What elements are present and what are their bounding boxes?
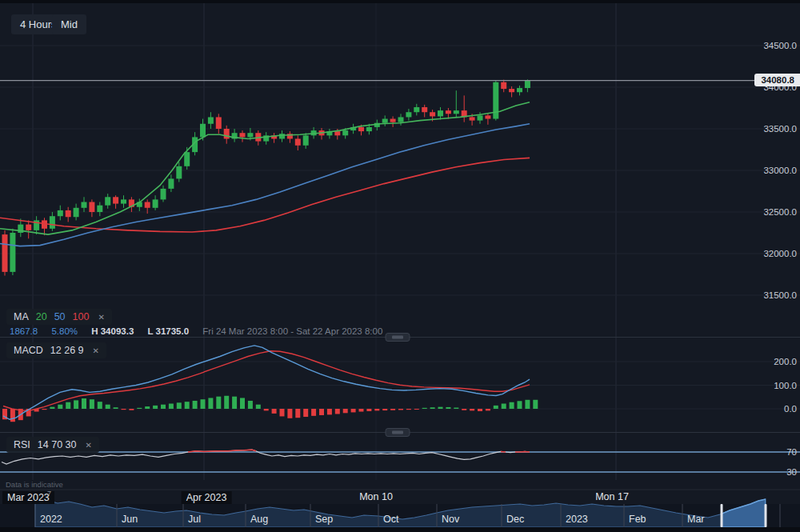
nav-month-label: Aug [250, 514, 268, 525]
macd-histogram-bar [446, 407, 450, 409]
nav-month-label: Feb [629, 514, 646, 525]
rsi-axis-label: 70 [786, 447, 797, 457]
nav-month-label: Jun [122, 514, 138, 525]
chart-canvas[interactable] [0, 0, 800, 532]
rsi-axis-label: 30 [786, 467, 797, 477]
macd-histogram-bar [169, 404, 174, 409]
macd-histogram-bar [335, 409, 340, 414]
macd-histogram-bar [518, 401, 522, 409]
price-axis-label: 32000.0 [763, 249, 797, 258]
nav-month-label: Jul [188, 514, 201, 525]
macd-histogram-bar [438, 407, 443, 409]
candle-body [485, 115, 490, 118]
candle-body [176, 166, 182, 179]
macd-histogram-bar [272, 409, 277, 414]
macd-histogram-bar [470, 409, 474, 410]
price-axis-label: 33000.0 [763, 166, 797, 175]
macd-histogram-bar [224, 396, 229, 409]
macd-histogram-bar [430, 407, 435, 409]
ma100-line [0, 158, 530, 232]
candle-body [334, 131, 340, 135]
candle-body [97, 206, 102, 212]
macd-histogram-bar [295, 409, 300, 418]
data-indicative-note: Data is indicative [6, 480, 63, 489]
ma-period-20: 20 [36, 311, 47, 322]
macd-histogram-bar [82, 398, 86, 409]
candle-body [342, 130, 348, 135]
macd-histogram-bar [177, 402, 182, 409]
ma-period-50: 50 [54, 311, 66, 322]
macd-histogram-bar [478, 409, 482, 411]
candle-body [422, 107, 427, 112]
macd-histogram-bar [74, 400, 78, 409]
candle-body [2, 234, 8, 272]
candle-body [240, 133, 246, 137]
macd-histogram-bar [311, 409, 316, 416]
macd-histogram-bar [216, 397, 221, 409]
price-axis-label: 32500.0 [763, 207, 797, 217]
candle-body [366, 127, 372, 131]
macd-histogram-bar [359, 409, 364, 412]
macd-histogram-bar [398, 409, 403, 410]
macd-axis-label: 200.0 [774, 357, 797, 366]
candle-body [279, 134, 285, 138]
candle-body [50, 216, 55, 229]
candle-body [303, 135, 309, 145]
macd-close-icon[interactable]: ✕ [93, 346, 99, 355]
session-high: H 34093.3 [91, 326, 134, 336]
ma-close-icon[interactable]: ✕ [98, 313, 104, 322]
ma-period-100: 100 [73, 311, 90, 322]
pane-resize-handle-grip [392, 431, 403, 434]
macd-histogram-bar [193, 401, 198, 409]
top-strip [0, 0, 800, 3]
candle-body [200, 124, 206, 138]
macd-histogram-bar [327, 409, 332, 414]
macd-histogram-bar [10, 409, 15, 422]
candle-body [74, 208, 79, 217]
candle-body [105, 197, 110, 205]
navigator-selection-handle[interactable] [721, 504, 723, 527]
candle-body [493, 82, 498, 119]
price-axis-label: 31500.0 [763, 290, 797, 300]
macd-histogram-bar [122, 409, 126, 410]
macd-indicator-legend[interactable]: MACD 12 26 9 ✕ [6, 342, 106, 358]
candle-body [113, 197, 118, 203]
ma-indicator-legend[interactable]: MA 20 50 100 ✕ [6, 309, 112, 325]
ma-label: MA [14, 311, 29, 322]
candle-body [398, 117, 404, 122]
macd-histogram-bar [280, 409, 285, 416]
macd-label: MACD [14, 345, 43, 356]
trading-chart-window: 4 Hours Mid MA 20 50 100 ✕ 1867.8 5.80% … [0, 0, 800, 532]
rsi-close-icon[interactable]: ✕ [86, 441, 92, 450]
candle-body [358, 127, 364, 131]
nav-month-label: Nov [442, 514, 459, 525]
candle-body [509, 89, 514, 92]
macd-histogram-bar [454, 408, 458, 409]
macd-histogram-bar [106, 405, 110, 409]
navigator-selection-handle[interactable] [765, 504, 767, 527]
macd-params: 12 26 9 [50, 345, 84, 356]
candle-body [382, 119, 388, 123]
macd-histogram-bar [366, 409, 371, 411]
candle-body [145, 202, 150, 208]
rsi-overbought-segment [515, 451, 530, 452]
rsi-indicator-legend[interactable]: RSI 14 70 30 ✕ [6, 437, 99, 453]
macd-histogram-bar [240, 398, 245, 409]
candle-body [58, 210, 63, 216]
candle-body [470, 117, 475, 120]
macd-histogram-bar [98, 402, 102, 409]
macd-histogram-bar [50, 407, 54, 409]
macd-histogram-bar [390, 409, 395, 410]
nav-month-label: 2023 [566, 514, 588, 525]
candle-body [89, 202, 94, 212]
candle-body [121, 199, 126, 203]
candle-body [525, 81, 530, 88]
date-axis-mark: 7 [47, 490, 51, 498]
macd-histogram-bar [525, 400, 530, 409]
macd-histogram-bar [232, 397, 237, 409]
macd-histogram-bar [42, 409, 47, 410]
nav-month-label: Oct [383, 514, 398, 525]
macd-histogram-bar [406, 409, 411, 410]
price-type-button[interactable]: Mid [52, 14, 86, 34]
rsi-label: RSI [14, 439, 30, 450]
